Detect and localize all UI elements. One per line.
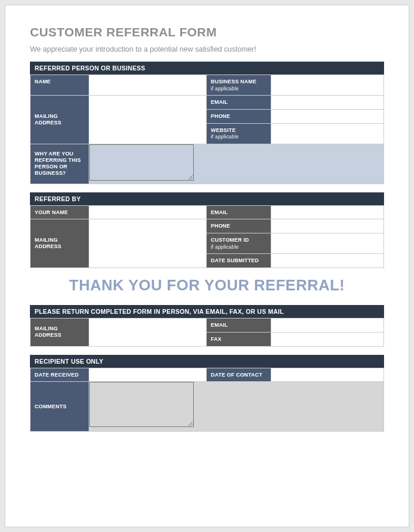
- label-mailing: MAILING ADDRESS: [31, 95, 89, 144]
- field-custid[interactable]: [271, 233, 384, 254]
- label-email: EMAIL: [207, 95, 271, 109]
- field-mailing2[interactable]: [89, 219, 207, 268]
- field-name[interactable]: [89, 75, 207, 96]
- section-return: PLEASE RETURN COMPLETED FORM IN PERSON, …: [30, 305, 384, 347]
- intro-text: We appreciate your introduction to a pot…: [30, 45, 384, 53]
- field-phone2[interactable]: [271, 219, 384, 233]
- page: CUSTOMER REFERRAL FORM We appreciate you…: [5, 5, 409, 527]
- label-contact: DATE OF CONTACT: [207, 368, 271, 382]
- field-comments[interactable]: [89, 382, 384, 432]
- thank-you-text: THANK YOU FOR YOUR REFERRAL!: [30, 276, 384, 294]
- section-recipient: RECIPIENT USE ONLY DATE RECEIVED DATE OF…: [30, 355, 384, 432]
- field-mailing[interactable]: [89, 95, 207, 144]
- field-received[interactable]: [89, 368, 207, 382]
- label-mailing2: MAILING ADDRESS: [31, 219, 89, 268]
- field-why[interactable]: [89, 144, 384, 184]
- field-phone[interactable]: [271, 109, 384, 123]
- referred-person-table: NAME BUSINESS NAMEif applicable MAILING …: [30, 74, 384, 184]
- section-header: REFERRED BY: [30, 192, 384, 205]
- section-referred-by: REFERRED BY YOUR NAME EMAIL MAILING ADDR…: [30, 192, 384, 268]
- field-email3[interactable]: [271, 318, 384, 332]
- field-email[interactable]: [271, 95, 384, 109]
- label-received: DATE RECEIVED: [31, 368, 89, 382]
- page-title: CUSTOMER REFERRAL FORM: [30, 25, 384, 39]
- section-header: PLEASE RETURN COMPLETED FORM IN PERSON, …: [30, 305, 384, 318]
- label-comments: COMMENTS: [31, 382, 89, 432]
- field-date[interactable]: [271, 254, 384, 268]
- field-mailing3[interactable]: [89, 318, 207, 346]
- label-name: NAME: [31, 75, 89, 96]
- referred-by-table: YOUR NAME EMAIL MAILING ADDRESS PHONE CU…: [30, 205, 384, 268]
- label-email3: EMAIL: [207, 318, 271, 332]
- label-why: WHY ARE YOU REFERRING THIS PERSON OR BUS…: [31, 144, 89, 184]
- field-website[interactable]: [271, 123, 384, 144]
- label-custid: CUSTOMER IDif applicable: [207, 233, 271, 254]
- label-phone: PHONE: [207, 109, 271, 123]
- label-date: DATE SUBMITTED: [207, 254, 271, 268]
- return-table: MAILING ADDRESS EMAIL FAX: [30, 318, 384, 347]
- label-fax: FAX: [207, 332, 271, 346]
- section-header: REFERRED PERSON OR BUSINESS: [30, 62, 384, 74]
- recipient-table: DATE RECEIVED DATE OF CONTACT COMMENTS: [30, 368, 384, 432]
- field-business[interactable]: [271, 75, 384, 96]
- field-fax[interactable]: [271, 332, 384, 346]
- field-contact[interactable]: [271, 368, 384, 382]
- label-business: BUSINESS NAMEif applicable: [207, 75, 271, 96]
- label-email2: EMAIL: [207, 205, 271, 219]
- label-phone2: PHONE: [207, 219, 271, 233]
- section-header: RECIPIENT USE ONLY: [30, 355, 384, 368]
- field-yourname[interactable]: [89, 205, 207, 219]
- label-yourname: YOUR NAME: [31, 205, 89, 219]
- field-email2[interactable]: [271, 205, 384, 219]
- label-mailing3: MAILING ADDRESS: [31, 318, 89, 346]
- section-referred-person: REFERRED PERSON OR BUSINESS NAME BUSINES…: [30, 62, 384, 184]
- label-website: WEBSITEif applicable: [207, 123, 271, 144]
